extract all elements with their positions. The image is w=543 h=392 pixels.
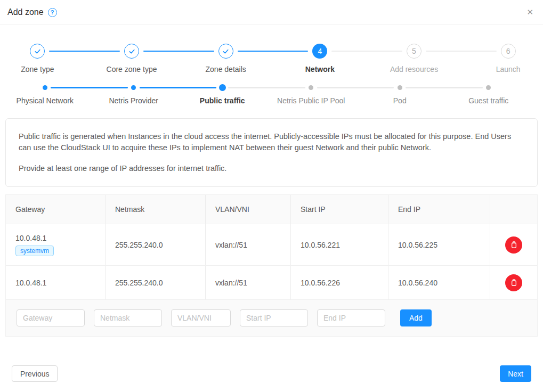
column-header-vlan: VLAN/VNI (206, 195, 291, 224)
netmask-cell: 255.255.240.0 (106, 224, 206, 265)
step-label: Zone type (21, 65, 54, 74)
vlan-input[interactable] (171, 309, 231, 326)
check-icon (218, 44, 233, 59)
add-range-form: Add (6, 300, 537, 336)
step-dot-icon (219, 84, 226, 91)
column-header-start-ip: Start IP (291, 195, 388, 224)
column-header-end-ip: End IP (388, 195, 490, 224)
column-header-gateway: Gateway (6, 195, 106, 224)
check-icon (124, 44, 139, 59)
column-header-actions (490, 195, 537, 224)
end-ip-input[interactable] (317, 309, 385, 326)
table-header-row: Gateway Netmask VLAN/VNI Start IP End IP (6, 195, 537, 224)
next-button[interactable]: Next (500, 365, 531, 382)
trash-icon (510, 279, 518, 287)
step-zone-type: Zone type (0, 44, 85, 74)
substep-netris-provider: Netris Provider (90, 84, 179, 105)
delete-row-button[interactable] (505, 236, 522, 254)
actions-cell (490, 266, 537, 299)
modal-footer: Previous Next (5, 365, 538, 382)
substep-pod: Pod (355, 84, 444, 105)
vlan-cell: vxlan://51 (206, 224, 291, 265)
step-label: Core zone type (107, 65, 157, 74)
systemvm-tag: systemvm (15, 246, 54, 256)
step-number: 5 (407, 44, 422, 59)
table-row: 10.0.48.1 systemvm 255.255.240.0 vxlan:/… (6, 224, 537, 266)
step-dot-icon (486, 85, 491, 90)
step-add-resources: 5 Add resources (367, 44, 461, 74)
step-label: Zone details (206, 65, 246, 74)
step-core-zone-type: Core zone type (85, 44, 179, 74)
public-traffic-info-box: Public traffic is generated when Instanc… (5, 118, 538, 187)
start-ip-cell: 10.0.56.226 (291, 266, 388, 299)
step-dot-icon (131, 85, 136, 90)
vlan-cell: vxlan://51 (206, 266, 291, 299)
step-zone-details: Zone details (179, 44, 273, 74)
start-ip-cell: 10.0.56.221 (291, 224, 388, 265)
end-ip-cell: 10.0.56.225 (388, 224, 490, 265)
help-icon[interactable]: ? (48, 8, 57, 17)
close-icon[interactable]: ✕ (524, 5, 536, 19)
substep-label: Netris Public IP Pool (277, 96, 345, 105)
wizard-steps: Zone type Core zone type Zone details 4 … (0, 44, 543, 74)
substep-netris-public-ip-pool: Netris Public IP Pool (267, 84, 356, 105)
network-substeps: Physical Network Netris Provider Public … (1, 84, 533, 105)
step-network: 4 Network (273, 44, 367, 74)
ip-range-table: Gateway Netmask VLAN/VNI Start IP End IP… (5, 194, 538, 337)
gateway-cell: 10.0.48.1 systemvm (6, 224, 106, 265)
substep-public-traffic: Public traffic (178, 84, 267, 105)
substep-guest-traffic: Guest traffic (444, 84, 533, 105)
step-number: 6 (501, 44, 516, 59)
gateway-cell: 10.0.48.1 (6, 266, 106, 299)
start-ip-input[interactable] (240, 309, 308, 326)
netmask-cell: 255.255.240.0 (106, 266, 206, 299)
substep-label: Public traffic (200, 96, 245, 105)
step-dot-icon (43, 85, 47, 90)
check-icon (30, 44, 45, 59)
end-ip-cell: 10.0.56.240 (388, 266, 490, 299)
trash-icon (510, 241, 518, 249)
step-number: 4 (312, 44, 327, 59)
substep-physical-network: Physical Network (1, 84, 90, 105)
gateway-value: 10.0.48.1 (15, 234, 46, 242)
step-label: Add resources (390, 65, 438, 74)
netmask-input[interactable] (94, 309, 162, 326)
actions-cell (490, 224, 537, 265)
gateway-input[interactable] (17, 309, 85, 326)
info-paragraph: Public traffic is generated when Instanc… (19, 131, 524, 153)
modal-title: Add zone (7, 7, 44, 17)
substep-label: Physical Network (17, 96, 74, 105)
previous-button[interactable]: Previous (12, 365, 58, 382)
column-header-netmask: Netmask (106, 195, 206, 224)
step-label: Network (305, 65, 335, 74)
modal-header: Add zone ? ✕ (0, 0, 543, 25)
modal-body: Zone type Core zone type Zone details 4 … (0, 44, 543, 382)
table-row: 10.0.48.1 255.255.240.0 vxlan://51 10.0.… (6, 266, 537, 300)
substep-label: Pod (393, 96, 407, 105)
step-label: Launch (496, 65, 521, 74)
delete-row-button[interactable] (505, 274, 522, 291)
add-range-button[interactable]: Add (400, 309, 432, 326)
substep-label: Guest traffic (468, 96, 508, 105)
step-dot-icon (398, 85, 402, 90)
info-paragraph: Provide at least one range of IP address… (19, 163, 524, 174)
step-dot-icon (309, 85, 313, 90)
step-launch: 6 Launch (461, 44, 543, 74)
substep-label: Netris Provider (109, 96, 158, 105)
